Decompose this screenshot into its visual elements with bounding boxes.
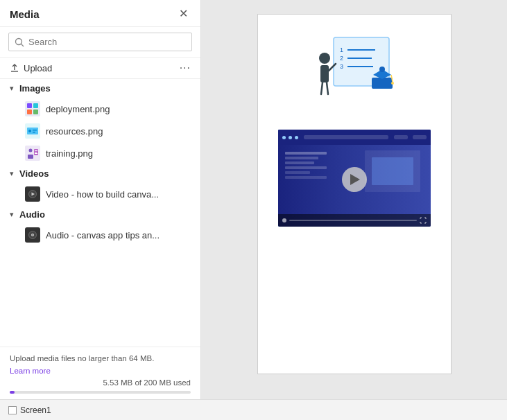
svg-point-42 [379, 67, 385, 72]
svg-text:3: 3 [340, 63, 343, 70]
vid-dot [295, 136, 298, 139]
video-toolbar-sim [278, 130, 431, 145]
svg-line-38 [321, 82, 323, 94]
bottom-bar: Screen1 [0, 399, 507, 420]
svg-rect-20 [35, 153, 37, 154]
section-header-images[interactable]: ▾ Images [0, 79, 200, 98]
svg-point-0 [16, 38, 22, 44]
usage-progress-bar [10, 391, 191, 394]
video-controls-bar [278, 214, 431, 227]
section-header-videos[interactable]: ▾ Videos [0, 164, 200, 183]
video-preview-inner [278, 130, 431, 227]
video-body [278, 145, 431, 214]
svg-line-1 [22, 44, 24, 46]
footer-usage-text: 5.53 MB of 200 MB used [10, 378, 191, 387]
upload-icon [10, 63, 19, 73]
svg-text:1: 1 [340, 46, 343, 53]
upload-row: Upload ··· [0, 58, 200, 79]
chevron-images-icon: ▾ [10, 84, 14, 93]
footer-info-text: Upload media files no larger than 64 MB. [10, 354, 191, 362]
canvas-preview: 1 2 3 [257, 14, 452, 374]
screen-checkbox[interactable] [8, 406, 17, 414]
more-options-button[interactable]: ··· [180, 62, 191, 73]
list-item[interactable]: deployment.png [0, 98, 200, 120]
svg-text:2: 2 [340, 55, 343, 62]
media-item-name: Audio - canvas app tips an... [46, 230, 160, 240]
image-resources-icon [25, 123, 40, 139]
svg-rect-5 [27, 103, 32, 108]
video-preview-card [278, 130, 431, 227]
svg-rect-19 [35, 152, 37, 152]
svg-point-35 [319, 53, 330, 64]
list-item[interactable]: resources.png [0, 120, 200, 142]
section-title-audio: Audio [19, 209, 45, 220]
image-training-icon [25, 146, 40, 161]
svg-rect-16 [28, 155, 33, 159]
media-item-name: training.png [46, 148, 93, 159]
fullscreen-icon[interactable] [420, 217, 427, 224]
usage-progress-fill [10, 391, 15, 394]
svg-point-27 [32, 234, 33, 236]
chevron-videos-icon: ▾ [10, 169, 14, 178]
media-list: ▾ Images deployment.png [0, 79, 200, 347]
vid-dot [282, 136, 286, 139]
svg-line-39 [327, 82, 328, 94]
content-area: 1 2 3 [201, 0, 507, 399]
learn-more-link[interactable]: Learn more [10, 367, 51, 375]
svg-rect-40 [372, 78, 393, 89]
section-title-videos: Videos [19, 168, 49, 179]
section-header-audio[interactable]: ▾ Audio [0, 205, 200, 224]
media-item-name: Video - how to build canva... [46, 189, 159, 200]
training-image: 1 2 3 [292, 28, 417, 119]
screen-tab[interactable]: Screen1 [8, 405, 51, 415]
list-item[interactable]: Audio - canvas app tips an... [0, 224, 200, 246]
screen-tab-label: Screen1 [20, 405, 51, 415]
search-input-wrapper [8, 33, 192, 51]
controls-dot [282, 218, 286, 222]
svg-rect-36 [320, 65, 329, 82]
main-container: Media ✕ Upload ··· [0, 0, 507, 399]
audio-file-icon [25, 227, 40, 243]
chevron-audio-icon: ▾ [10, 210, 14, 219]
list-item[interactable]: training.png [0, 142, 200, 164]
search-input[interactable] [28, 37, 186, 47]
search-icon [15, 37, 24, 47]
svg-rect-18 [35, 150, 37, 151]
close-button[interactable]: ✕ [176, 7, 191, 21]
list-item[interactable]: Video - how to build canva... [0, 183, 200, 205]
svg-point-15 [29, 149, 33, 152]
svg-rect-12 [33, 130, 37, 131]
sidebar: Media ✕ Upload ··· [0, 0, 201, 399]
media-item-name: resources.png [46, 126, 103, 137]
upload-label: Upload [24, 63, 52, 73]
play-button[interactable] [342, 167, 367, 192]
sidebar-footer: Upload media files no larger than 64 MB.… [0, 347, 200, 399]
svg-rect-7 [27, 110, 32, 114]
svg-rect-6 [33, 103, 38, 108]
sidebar-header: Media ✕ [0, 0, 200, 27]
media-item-name: deployment.png [46, 104, 110, 114]
play-triangle-icon [350, 174, 360, 185]
video-file-icon [25, 186, 40, 202]
sidebar-title: Media [10, 8, 40, 20]
vid-dot [289, 136, 292, 139]
svg-point-11 [28, 130, 31, 132]
svg-point-44 [391, 82, 394, 85]
svg-rect-8 [33, 110, 38, 114]
progress-bar-control[interactable] [289, 220, 417, 221]
svg-rect-13 [33, 132, 35, 133]
upload-button[interactable]: Upload [10, 63, 52, 73]
search-bar [0, 27, 200, 58]
section-title-images: Images [19, 83, 51, 94]
image-deployment-icon [25, 101, 40, 116]
